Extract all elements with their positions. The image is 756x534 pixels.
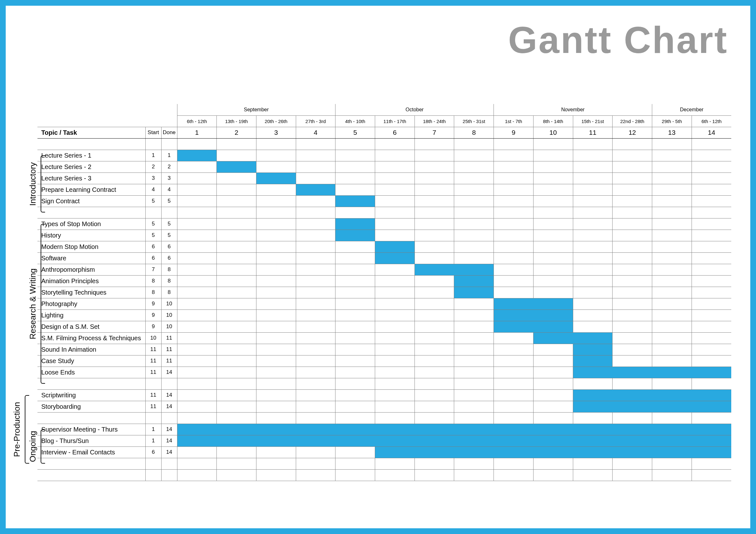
week-cell — [217, 401, 256, 412]
week-cell — [296, 287, 336, 298]
week-cell — [494, 298, 533, 310]
task-name — [38, 469, 145, 481]
task-name: Design of a S.M. Set — [38, 321, 145, 332]
task-row: Prepare Learning Contract44 — [38, 184, 731, 195]
week-cell — [652, 435, 691, 446]
week-cell — [454, 172, 494, 184]
week-cell — [494, 207, 533, 218]
week-cell — [177, 355, 217, 367]
week-cell — [454, 275, 494, 287]
done-week: 5 — [161, 218, 177, 230]
task-name: Lecture Series - 3 — [38, 172, 145, 184]
week-cell — [612, 287, 652, 298]
week-cell — [415, 424, 454, 435]
start-week — [145, 412, 161, 424]
week-cell — [573, 390, 612, 401]
week-cell — [375, 287, 415, 298]
week-cell — [691, 184, 731, 195]
week-cell — [454, 378, 494, 390]
week-cell — [494, 446, 533, 458]
week-cell — [177, 138, 217, 150]
week-cell — [533, 264, 573, 275]
spacer-row — [38, 412, 731, 424]
week-cell — [533, 230, 573, 241]
week-cell — [217, 355, 256, 367]
week-cell — [217, 184, 256, 195]
week-cell — [612, 207, 652, 218]
task-name: Anthropomorphism — [38, 264, 145, 275]
week-cell — [296, 321, 336, 332]
week-cell — [573, 321, 612, 332]
week-cell — [296, 207, 336, 218]
week-cell — [612, 378, 652, 390]
week-cell — [177, 218, 217, 230]
week-cell — [217, 321, 256, 332]
week-cell — [415, 435, 454, 446]
week-date-header-row: 6th - 12th 13th - 19th 20th - 26th 27th … — [38, 115, 731, 127]
week-cell — [612, 298, 652, 310]
start-week: 1 — [145, 424, 161, 435]
week-cell — [573, 310, 612, 321]
task-name: Types of Stop Motion — [38, 218, 145, 230]
done-week — [161, 138, 177, 150]
week-cell — [375, 355, 415, 367]
week-cell — [573, 469, 612, 481]
week-cell — [573, 355, 612, 367]
week-cell — [336, 138, 375, 150]
start-week — [145, 138, 161, 150]
section-label: Research & Writing — [28, 224, 38, 384]
week-cell — [296, 172, 336, 184]
task-row: Animation Principles88 — [38, 275, 731, 287]
week-cell — [533, 332, 573, 344]
start-week: 11 — [145, 367, 161, 378]
week-cell — [177, 390, 217, 401]
week-cell — [612, 172, 652, 184]
week-cell — [494, 252, 533, 264]
week-cell — [454, 287, 494, 298]
week-cell — [256, 469, 296, 481]
week-cell — [415, 446, 454, 458]
week-cell — [177, 446, 217, 458]
week-cell — [612, 252, 652, 264]
week-cell — [652, 355, 691, 367]
week-cell — [533, 184, 573, 195]
week-cell — [296, 378, 336, 390]
week-cell — [494, 355, 533, 367]
week-cell — [652, 287, 691, 298]
week-cell — [217, 275, 256, 287]
task-name: Storyboarding — [38, 401, 145, 412]
week-cell — [415, 230, 454, 241]
start-week — [145, 469, 161, 481]
week-cell — [415, 310, 454, 321]
week-cell — [415, 264, 454, 275]
week-cell — [533, 446, 573, 458]
week-cell — [454, 390, 494, 401]
done-week: 14 — [161, 390, 177, 401]
week-cell — [573, 412, 612, 424]
week-cell — [336, 412, 375, 424]
week-cell — [691, 150, 731, 161]
week-cell — [494, 469, 533, 481]
week-cell — [454, 355, 494, 367]
week-cell — [691, 367, 731, 378]
week-cell — [256, 264, 296, 275]
week-cell — [533, 195, 573, 207]
week-cell — [296, 298, 336, 310]
week-cell — [256, 138, 296, 150]
week-cell — [652, 310, 691, 321]
week-cell — [691, 138, 731, 150]
week-cell — [296, 184, 336, 195]
start-week: 8 — [145, 287, 161, 298]
done-week: 6 — [161, 241, 177, 252]
start-week: 9 — [145, 321, 161, 332]
week-cell — [691, 230, 731, 241]
task-name: S.M. Filming Process & Techniques — [38, 332, 145, 344]
week-cell — [375, 424, 415, 435]
week-cell — [691, 424, 731, 435]
week-cell — [533, 150, 573, 161]
week-cell — [533, 355, 573, 367]
week-cell — [652, 298, 691, 310]
done-week — [161, 412, 177, 424]
week-cell — [177, 332, 217, 344]
week-cell — [336, 310, 375, 321]
